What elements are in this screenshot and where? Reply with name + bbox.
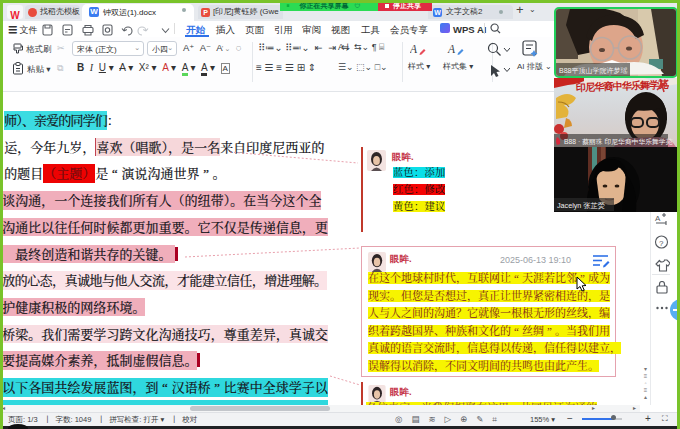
svg-text:A: A xyxy=(447,43,456,55)
svg-text:B88平顶山学院许梦瑶: B88平顶山学院许梦瑶 xyxy=(559,67,627,75)
svg-text:Jacelyn 张芷熒: Jacelyn 张芷熒 xyxy=(557,201,605,210)
svg-text:A: A xyxy=(655,214,661,223)
svg-text:B88 · 蔡丽珠 印尼华裔中华乐舞学苑: B88 · 蔡丽珠 印尼华裔中华乐舞学苑 xyxy=(564,138,673,146)
svg-text:A: A xyxy=(410,43,418,55)
svg-text:?: ? xyxy=(659,239,664,248)
